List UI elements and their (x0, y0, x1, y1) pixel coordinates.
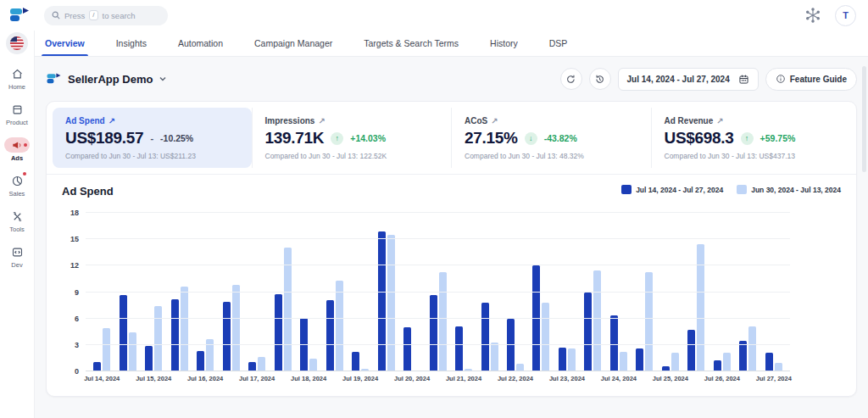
bar[interactable] (181, 287, 188, 371)
bar[interactable] (584, 293, 592, 372)
account-selector[interactable]: SellerApp Demo (46, 72, 167, 86)
bar-group[interactable] (141, 213, 166, 371)
bar[interactable] (275, 294, 282, 371)
sidebar-item-dev[interactable]: Dev (0, 244, 34, 269)
bar-group[interactable] (606, 213, 632, 371)
bar[interactable] (723, 353, 731, 371)
tab-overview[interactable]: Overview (45, 31, 85, 56)
bar[interactable] (430, 295, 437, 371)
bar-group[interactable] (735, 213, 760, 371)
tab-dsp[interactable]: DSP (549, 31, 568, 56)
tab-targets-search-terms[interactable]: Targets & Search Terms (364, 31, 459, 56)
bar[interactable] (258, 357, 265, 371)
bar[interactable] (120, 295, 127, 371)
bar[interactable] (671, 353, 679, 371)
bar[interactable] (748, 326, 756, 371)
bar-group[interactable] (244, 213, 270, 371)
sidebar-item-ads[interactable]: Ads (0, 137, 34, 162)
sidebar-item-sales[interactable]: Sales (0, 173, 34, 198)
user-avatar[interactable]: T (835, 5, 856, 26)
bar-group[interactable] (580, 213, 605, 371)
bar-group[interactable] (554, 213, 580, 371)
bar[interactable] (765, 353, 773, 371)
bar[interactable] (171, 299, 179, 371)
kpi-card-ad-revenue[interactable]: Ad Revenue↗ US$698.3 +59.75% Compared to… (651, 108, 851, 168)
date-range-picker[interactable]: Jul 14, 2024 - Jul 27, 2024 (618, 68, 759, 91)
bar-group[interactable] (166, 213, 192, 371)
bar[interactable] (636, 348, 643, 371)
bar[interactable] (223, 302, 231, 371)
bar[interactable] (145, 346, 153, 371)
tab-history[interactable]: History (490, 31, 518, 56)
bar[interactable] (232, 285, 240, 371)
bar[interactable] (697, 244, 704, 371)
marketplace-flag-button[interactable] (6, 32, 28, 54)
bar[interactable] (378, 231, 386, 371)
bar-group[interactable] (451, 213, 476, 371)
sidebar-item-product[interactable]: Product (0, 102, 34, 126)
bar-group[interactable] (296, 213, 321, 371)
tab-automation[interactable]: Automation (178, 31, 223, 56)
bar[interactable] (532, 265, 540, 371)
legend-item-previous[interactable]: Jun 30, 2024 - Jul 13, 2024 (737, 185, 841, 194)
bar[interactable] (336, 281, 343, 371)
kpi-card-acos[interactable]: ACoS↗ 27.15% -43.82% Compared to Jun 30 … (451, 108, 651, 168)
bar[interactable] (620, 352, 627, 371)
bar-group[interactable] (399, 213, 425, 371)
bar-group[interactable] (321, 213, 347, 371)
bar[interactable] (284, 248, 292, 371)
bar-group[interactable] (218, 213, 243, 371)
bar[interactable] (129, 332, 136, 371)
sidebar-item-tools[interactable]: Tools (0, 209, 34, 233)
bar[interactable] (593, 270, 601, 371)
scrollbar[interactable] (861, 0, 867, 418)
bar[interactable] (610, 315, 618, 371)
bar[interactable] (559, 348, 566, 371)
history-button[interactable] (589, 68, 611, 90)
bar-group[interactable] (632, 213, 657, 371)
kpi-card-ad-spend[interactable]: Ad Spend↗ US$189.57 - -10.25% Compared t… (53, 108, 252, 168)
legend-item-current[interactable]: Jul 14, 2024 - Jul 27, 2024 (621, 185, 723, 194)
search-input[interactable]: Press / to search (44, 6, 168, 25)
tab-insights[interactable]: Insights (116, 31, 147, 56)
tab-campaign-manager[interactable]: Campaign Manager (254, 31, 332, 56)
bar-group[interactable] (192, 213, 218, 371)
bar[interactable] (387, 235, 395, 371)
bar-group[interactable] (89, 213, 114, 371)
scrollbar-thumb[interactable] (862, 66, 866, 172)
bar[interactable] (714, 360, 721, 372)
bar[interactable] (403, 327, 411, 371)
bar[interactable] (568, 348, 576, 371)
bar[interactable] (439, 272, 447, 371)
bar[interactable] (326, 300, 334, 371)
bar[interactable] (739, 341, 747, 371)
bar-group[interactable] (425, 213, 450, 371)
bar-group[interactable] (348, 213, 373, 371)
sellerapp-logo-icon[interactable] (8, 6, 31, 25)
bar[interactable] (154, 306, 162, 371)
bar-group[interactable] (683, 213, 709, 371)
bar[interactable] (309, 359, 317, 371)
bar[interactable] (687, 330, 695, 371)
bar-group[interactable] (373, 213, 398, 371)
bar-group[interactable] (503, 213, 528, 371)
bar[interactable] (481, 303, 489, 371)
bar[interactable] (542, 303, 549, 371)
sidebar-item-home[interactable]: Home (0, 66, 34, 91)
kpi-card-impressions[interactable]: Impressions↗ 139.71K +14.03% Compared to… (252, 108, 452, 168)
bar[interactable] (491, 343, 498, 371)
refresh-button[interactable] (560, 68, 582, 90)
bar[interactable] (103, 328, 110, 371)
bar-group[interactable] (476, 213, 502, 371)
bar[interactable] (352, 352, 359, 371)
bar[interactable] (197, 351, 204, 371)
bar-group[interactable] (270, 213, 295, 371)
snowflake-icon[interactable] (804, 7, 821, 24)
bar-group[interactable] (709, 213, 735, 371)
feature-guide-button[interactable]: Feature Guide (765, 68, 857, 91)
bar-group[interactable] (761, 213, 787, 371)
bar-group[interactable] (528, 213, 554, 371)
bar-group[interactable] (658, 213, 683, 371)
bar[interactable] (455, 326, 463, 371)
bar[interactable] (645, 272, 653, 371)
